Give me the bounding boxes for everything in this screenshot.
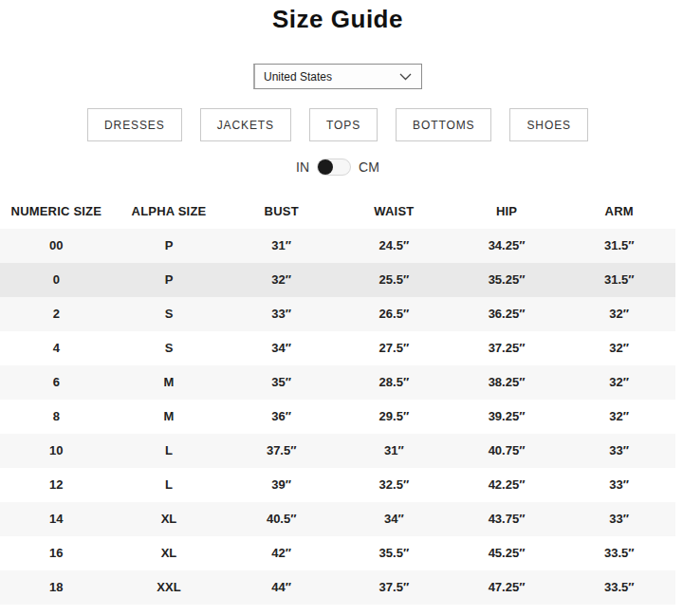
table-cell: 36.25″: [451, 297, 563, 331]
table-row[interactable]: 4S34″27.5″37.25″32″: [0, 331, 675, 365]
table-cell: M: [113, 400, 226, 434]
country-select-value: United States: [264, 70, 332, 84]
size-table: NUMERIC SIZEALPHA SIZEBUSTWAISTHIPARM 00…: [0, 195, 675, 605]
table-cell: 35.25″: [451, 263, 563, 297]
table-cell: 31.5″: [563, 229, 675, 263]
table-cell: M: [113, 365, 226, 400]
table-cell: S: [113, 331, 226, 365]
table-cell: L: [113, 434, 226, 468]
table-row[interactable]: 2S33″26.5″36.25″32″: [0, 297, 675, 331]
table-cell: 33″: [225, 297, 338, 331]
table-cell: 47.25″: [451, 570, 563, 605]
table-cell: 34.25″: [451, 229, 563, 263]
table-cell: 18: [0, 570, 113, 605]
table-cell: 34″: [225, 331, 338, 365]
table-body: 00P31″24.5″34.25″31.5″0P32″25.5″35.25″31…: [0, 229, 675, 605]
table-cell: 16: [0, 536, 113, 570]
table-row[interactable]: 8M36″29.5″39.25″32″: [0, 400, 675, 434]
table-cell: 24.5″: [338, 229, 451, 263]
table-cell: 14: [0, 502, 113, 536]
unit-label-cm: CM: [359, 159, 379, 175]
table-cell: 32″: [563, 365, 675, 400]
table-cell: 44″: [225, 570, 338, 605]
table-cell: 39.25″: [451, 400, 563, 434]
table-cell: 35.5″: [338, 536, 451, 570]
table-cell: 27.5″: [338, 331, 451, 365]
table-cell: 31.5″: [563, 263, 675, 297]
table-cell: 6: [0, 365, 113, 400]
page-title: Size Guide: [0, 0, 675, 34]
table-cell: 29.5″: [338, 400, 451, 434]
table-cell: 40.75″: [451, 434, 563, 468]
table-cell: 40.5″: [225, 502, 338, 536]
country-select-row: United States: [0, 64, 675, 89]
table-cell: 12: [0, 468, 113, 502]
column-header: BUST: [225, 195, 338, 229]
table-cell: XL: [113, 536, 226, 570]
table-cell: 33″: [563, 434, 675, 468]
table-cell: 0: [0, 263, 113, 297]
table-cell: 26.5″: [338, 297, 451, 331]
table-cell: 32″: [563, 331, 675, 365]
size-guide-page: Size Guide United States DRESSESJACKETST…: [0, 0, 675, 605]
table-cell: L: [113, 468, 226, 502]
table-cell: 10: [0, 434, 113, 468]
table-row[interactable]: 14XL40.5″34″43.75″33″: [0, 502, 675, 536]
table-cell: 32″: [563, 297, 675, 331]
table-row[interactable]: 16XL42″35.5″45.25″33.5″: [0, 536, 675, 570]
table-cell: 37.25″: [451, 331, 563, 365]
tab-jackets[interactable]: JACKETS: [200, 108, 291, 141]
column-header: ARM: [563, 195, 675, 229]
table-cell: 37.5″: [338, 570, 451, 605]
tab-dresses[interactable]: DRESSES: [87, 108, 182, 141]
unit-toggle-row: IN CM: [0, 159, 675, 176]
table-cell: XXL: [113, 570, 226, 605]
table-cell: 2: [0, 297, 113, 331]
category-tabs: DRESSESJACKETSTOPSBOTTOMSSHOES: [0, 108, 675, 141]
table-row[interactable]: 0P32″25.5″35.25″31.5″: [0, 263, 675, 297]
column-header: ALPHA SIZE: [113, 195, 226, 229]
table-cell: 42.25″: [451, 468, 563, 502]
table-row[interactable]: 12L39″32.5″42.25″33″: [0, 468, 675, 502]
column-header: WAIST: [338, 195, 451, 229]
table-cell: 32″: [563, 400, 675, 434]
table-cell: 33.5″: [563, 570, 675, 605]
table-row[interactable]: 00P31″24.5″34.25″31.5″: [0, 229, 675, 263]
table-cell: 32.5″: [338, 468, 451, 502]
unit-toggle-switch[interactable]: [317, 159, 351, 176]
table-cell: 36″: [225, 400, 338, 434]
table-cell: 33″: [563, 502, 675, 536]
table-cell: 31″: [225, 229, 338, 263]
table-cell: 37.5″: [225, 434, 338, 468]
column-header: NUMERIC SIZE: [0, 195, 113, 229]
toggle-knob-icon: [318, 159, 333, 175]
unit-label-in: IN: [296, 159, 309, 175]
table-cell: 33.5″: [563, 536, 675, 570]
table-cell: 43.75″: [451, 502, 563, 536]
table-cell: 4: [0, 331, 113, 365]
chevron-down-icon: [399, 73, 412, 81]
table-row[interactable]: 10L37.5″31″40.75″33″: [0, 434, 675, 468]
tab-bottoms[interactable]: BOTTOMS: [396, 108, 491, 141]
country-select[interactable]: United States: [253, 64, 422, 89]
table-cell: 39″: [225, 468, 338, 502]
table-cell: 25.5″: [338, 263, 451, 297]
table-row[interactable]: 18XXL44″37.5″47.25″33.5″: [0, 570, 675, 605]
table-cell: XL: [113, 502, 226, 536]
column-header: HIP: [451, 195, 563, 229]
table-cell: 34″: [338, 502, 451, 536]
tab-shoes[interactable]: SHOES: [509, 108, 588, 141]
table-cell: 00: [0, 229, 113, 263]
table-cell: 38.25″: [451, 365, 563, 400]
table-cell: 28.5″: [338, 365, 451, 400]
tab-tops[interactable]: TOPS: [309, 108, 378, 141]
table-cell: 8: [0, 400, 113, 434]
table-cell: 32″: [225, 263, 338, 297]
table-cell: S: [113, 297, 226, 331]
table-cell: P: [113, 263, 226, 297]
table-cell: 35″: [225, 365, 338, 400]
table-cell: 45.25″: [451, 536, 563, 570]
table-row[interactable]: 6M35″28.5″38.25″32″: [0, 365, 675, 400]
table-cell: 31″: [338, 434, 451, 468]
table-cell: 42″: [225, 536, 338, 570]
